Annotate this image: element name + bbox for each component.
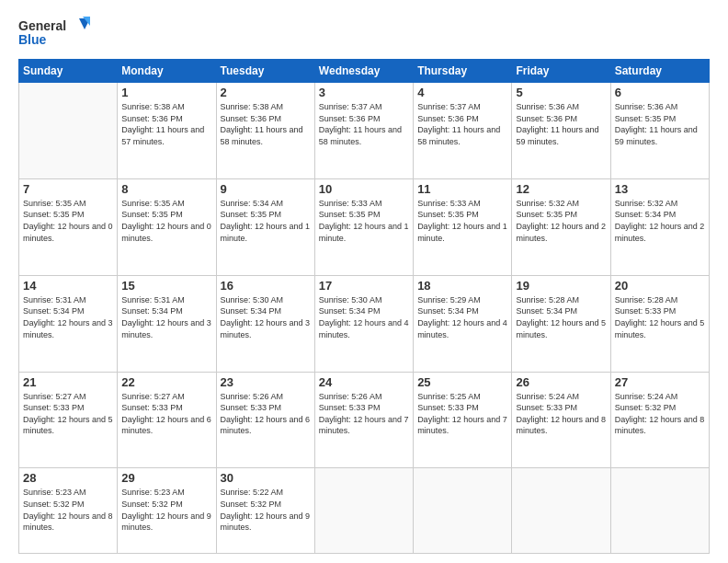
calendar-cell: 8Sunrise: 5:35 AMSunset: 5:35 PMDaylight… <box>118 178 216 275</box>
cell-info: Sunrise: 5:33 AMSunset: 5:35 PMDaylight:… <box>417 198 507 244</box>
day-number: 16 <box>221 279 311 293</box>
calendar-cell <box>610 468 709 554</box>
cell-info: Sunrise: 5:38 AMSunset: 5:36 PMDaylight:… <box>121 101 211 147</box>
calendar-cell: 26Sunrise: 5:24 AMSunset: 5:33 PMDayligh… <box>512 372 610 468</box>
weekday-header-thursday: Thursday <box>414 60 512 83</box>
weekday-header-sunday: Sunday <box>19 60 118 83</box>
calendar-cell: 29Sunrise: 5:23 AMSunset: 5:32 PMDayligh… <box>118 468 216 554</box>
day-number: 20 <box>615 279 705 293</box>
calendar-cell: 14Sunrise: 5:31 AMSunset: 5:34 PMDayligh… <box>19 275 118 372</box>
calendar-cell: 28Sunrise: 5:23 AMSunset: 5:32 PMDayligh… <box>19 468 118 554</box>
cell-info: Sunrise: 5:31 AMSunset: 5:34 PMDaylight:… <box>23 294 113 340</box>
calendar-cell <box>512 468 610 554</box>
calendar-cell: 2Sunrise: 5:38 AMSunset: 5:36 PMDaylight… <box>216 83 314 179</box>
day-number: 4 <box>417 86 507 99</box>
cell-info: Sunrise: 5:26 AMSunset: 5:33 PMDaylight:… <box>221 391 311 437</box>
calendar-cell: 16Sunrise: 5:30 AMSunset: 5:34 PMDayligh… <box>216 275 314 372</box>
calendar-cell <box>314 468 413 554</box>
cell-info: Sunrise: 5:26 AMSunset: 5:33 PMDaylight:… <box>319 391 409 437</box>
day-number: 17 <box>319 279 409 293</box>
cell-info: Sunrise: 5:33 AMSunset: 5:35 PMDaylight:… <box>319 198 409 244</box>
cell-info: Sunrise: 5:35 AMSunset: 5:35 PMDaylight:… <box>23 198 113 244</box>
calendar-cell: 12Sunrise: 5:32 AMSunset: 5:35 PMDayligh… <box>512 178 610 275</box>
day-number: 3 <box>319 86 409 99</box>
day-number: 27 <box>615 375 705 389</box>
cell-info: Sunrise: 5:37 AMSunset: 5:36 PMDaylight:… <box>319 101 409 147</box>
cell-info: Sunrise: 5:29 AMSunset: 5:34 PMDaylight:… <box>417 294 507 340</box>
cell-info: Sunrise: 5:31 AMSunset: 5:34 PMDaylight:… <box>121 294 211 340</box>
day-number: 8 <box>121 182 211 196</box>
cell-info: Sunrise: 5:23 AMSunset: 5:32 PMDaylight:… <box>23 487 113 533</box>
calendar-cell: 7Sunrise: 5:35 AMSunset: 5:35 PMDaylight… <box>19 178 118 275</box>
weekday-header-monday: Monday <box>118 60 216 83</box>
cell-info: Sunrise: 5:25 AMSunset: 5:33 PMDaylight:… <box>417 391 507 437</box>
cell-info: Sunrise: 5:30 AMSunset: 5:34 PMDaylight:… <box>221 294 311 340</box>
calendar-cell: 23Sunrise: 5:26 AMSunset: 5:33 PMDayligh… <box>216 372 314 468</box>
day-number: 12 <box>516 182 606 196</box>
day-number: 13 <box>615 182 705 196</box>
day-number: 26 <box>516 375 606 389</box>
calendar-cell <box>19 83 118 179</box>
weekday-header-wednesday: Wednesday <box>314 60 413 83</box>
cell-info: Sunrise: 5:23 AMSunset: 5:32 PMDaylight:… <box>121 487 211 533</box>
calendar-cell: 21Sunrise: 5:27 AMSunset: 5:33 PMDayligh… <box>19 372 118 468</box>
calendar-cell: 6Sunrise: 5:36 AMSunset: 5:35 PMDaylight… <box>610 83 709 179</box>
day-number: 28 <box>23 471 113 485</box>
calendar-week-row: 21Sunrise: 5:27 AMSunset: 5:33 PMDayligh… <box>19 372 710 468</box>
calendar-cell: 11Sunrise: 5:33 AMSunset: 5:35 PMDayligh… <box>414 178 512 275</box>
day-number: 7 <box>23 182 113 196</box>
cell-info: Sunrise: 5:32 AMSunset: 5:35 PMDaylight:… <box>516 198 606 244</box>
calendar-week-row: 28Sunrise: 5:23 AMSunset: 5:32 PMDayligh… <box>19 468 710 554</box>
calendar-cell: 3Sunrise: 5:37 AMSunset: 5:36 PMDaylight… <box>314 83 413 179</box>
day-number: 11 <box>417 182 507 196</box>
page: GeneralBlue SundayMondayTuesdayWednesday… <box>0 0 728 563</box>
cell-info: Sunrise: 5:38 AMSunset: 5:36 PMDaylight:… <box>221 101 311 147</box>
day-number: 18 <box>417 279 507 293</box>
logo-svg: GeneralBlue <box>18 17 92 50</box>
cell-info: Sunrise: 5:36 AMSunset: 5:35 PMDaylight:… <box>615 101 705 147</box>
calendar-table: SundayMondayTuesdayWednesdayThursdayFrid… <box>18 59 710 554</box>
cell-info: Sunrise: 5:27 AMSunset: 5:33 PMDaylight:… <box>121 391 211 437</box>
calendar-cell: 10Sunrise: 5:33 AMSunset: 5:35 PMDayligh… <box>314 178 413 275</box>
logo: GeneralBlue <box>18 17 92 50</box>
day-number: 19 <box>516 279 606 293</box>
weekday-header-friday: Friday <box>512 60 610 83</box>
cell-info: Sunrise: 5:34 AMSunset: 5:35 PMDaylight:… <box>221 198 311 244</box>
calendar-week-row: 7Sunrise: 5:35 AMSunset: 5:35 PMDaylight… <box>19 178 710 275</box>
svg-text:General: General <box>18 18 66 33</box>
calendar-cell: 4Sunrise: 5:37 AMSunset: 5:36 PMDaylight… <box>414 83 512 179</box>
day-number: 15 <box>121 279 211 293</box>
weekday-header-tuesday: Tuesday <box>216 60 314 83</box>
cell-info: Sunrise: 5:36 AMSunset: 5:36 PMDaylight:… <box>516 101 606 147</box>
weekday-header-saturday: Saturday <box>610 60 709 83</box>
calendar-cell: 20Sunrise: 5:28 AMSunset: 5:33 PMDayligh… <box>610 275 709 372</box>
calendar-week-row: 1Sunrise: 5:38 AMSunset: 5:36 PMDaylight… <box>19 83 710 179</box>
weekday-header-row: SundayMondayTuesdayWednesdayThursdayFrid… <box>19 60 710 83</box>
svg-text:Blue: Blue <box>18 32 47 47</box>
cell-info: Sunrise: 5:37 AMSunset: 5:36 PMDaylight:… <box>417 101 507 147</box>
cell-info: Sunrise: 5:35 AMSunset: 5:35 PMDaylight:… <box>121 198 211 244</box>
day-number: 6 <box>615 86 705 99</box>
day-number: 9 <box>221 182 311 196</box>
cell-info: Sunrise: 5:24 AMSunset: 5:33 PMDaylight:… <box>516 391 606 437</box>
calendar-cell: 24Sunrise: 5:26 AMSunset: 5:33 PMDayligh… <box>314 372 413 468</box>
day-number: 2 <box>221 86 311 99</box>
day-number: 22 <box>121 375 211 389</box>
day-number: 5 <box>516 86 606 99</box>
calendar-week-row: 14Sunrise: 5:31 AMSunset: 5:34 PMDayligh… <box>19 275 710 372</box>
day-number: 14 <box>23 279 113 293</box>
day-number: 24 <box>319 375 409 389</box>
calendar-cell: 27Sunrise: 5:24 AMSunset: 5:32 PMDayligh… <box>610 372 709 468</box>
cell-info: Sunrise: 5:32 AMSunset: 5:34 PMDaylight:… <box>615 198 705 244</box>
calendar-cell: 17Sunrise: 5:30 AMSunset: 5:34 PMDayligh… <box>314 275 413 372</box>
calendar-cell: 9Sunrise: 5:34 AMSunset: 5:35 PMDaylight… <box>216 178 314 275</box>
calendar-cell: 13Sunrise: 5:32 AMSunset: 5:34 PMDayligh… <box>610 178 709 275</box>
calendar-cell: 1Sunrise: 5:38 AMSunset: 5:36 PMDaylight… <box>118 83 216 179</box>
cell-info: Sunrise: 5:24 AMSunset: 5:32 PMDaylight:… <box>615 391 705 437</box>
calendar-cell: 5Sunrise: 5:36 AMSunset: 5:36 PMDaylight… <box>512 83 610 179</box>
calendar-cell: 25Sunrise: 5:25 AMSunset: 5:33 PMDayligh… <box>414 372 512 468</box>
day-number: 21 <box>23 375 113 389</box>
day-number: 1 <box>121 86 211 99</box>
calendar-cell: 18Sunrise: 5:29 AMSunset: 5:34 PMDayligh… <box>414 275 512 372</box>
cell-info: Sunrise: 5:27 AMSunset: 5:33 PMDaylight:… <box>23 391 113 437</box>
